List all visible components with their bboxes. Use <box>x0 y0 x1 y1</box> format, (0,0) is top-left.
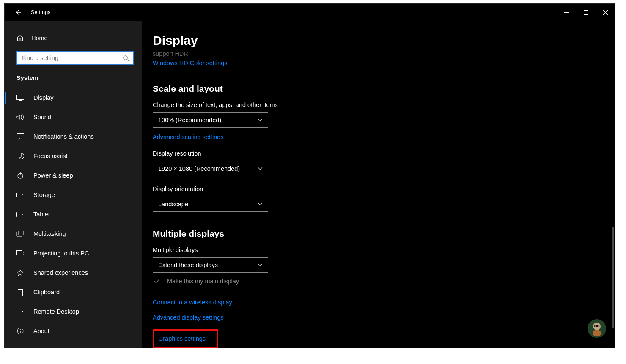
display-icon <box>16 95 24 101</box>
focus-assist-icon <box>16 153 24 159</box>
sidebar-item-label: Projecting to this PC <box>33 250 89 257</box>
chevron-down-icon <box>258 203 263 206</box>
sidebar-item-label: Tablet <box>33 211 50 218</box>
chevron-down-icon <box>258 167 263 170</box>
sidebar-item-notifications[interactable]: Notifications & actions <box>5 127 142 146</box>
close-button[interactable] <box>596 4 615 21</box>
orientation-dropdown[interactable]: Landscape <box>153 197 268 212</box>
sidebar-item-sound[interactable]: Sound <box>5 107 142 127</box>
tablet-icon <box>16 212 24 217</box>
highlight-box: Graphics settings <box>153 329 218 348</box>
sidebar-item-label: Clipboard <box>33 289 60 296</box>
sidebar-item-clipboard[interactable]: Clipboard <box>5 282 142 302</box>
svg-rect-16 <box>593 330 601 336</box>
sidebar: Home System Display Sound <box>5 21 142 348</box>
multitasking-icon <box>16 231 24 237</box>
sidebar-item-label: Sound <box>33 114 51 120</box>
scale-block: Change the size of text, apps, and other… <box>153 101 615 141</box>
watermark-avatar <box>587 319 607 338</box>
multiple-displays-dropdown[interactable]: Extend these displays <box>153 257 268 273</box>
multiple-displays-section-title: Multiple displays <box>153 229 615 239</box>
orientation-value: Landscape <box>158 201 188 208</box>
power-icon <box>16 172 24 179</box>
advanced-scaling-link[interactable]: Advanced scaling settings <box>153 134 224 140</box>
sidebar-item-about[interactable]: About <box>5 321 142 341</box>
scale-dropdown[interactable]: 100% (Recommended) <box>153 112 268 128</box>
sidebar-item-multitasking[interactable]: Multitasking <box>5 224 142 244</box>
scale-label: Change the size of text, apps, and other… <box>153 101 615 108</box>
sidebar-item-label: Focus assist <box>33 153 68 159</box>
sidebar-item-label: Shared experiences <box>33 269 88 276</box>
home-label: Home <box>31 35 48 41</box>
sidebar-item-power-sleep[interactable]: Power & sleep <box>5 166 142 185</box>
titlebar-left: Settings <box>5 8 51 16</box>
svg-rect-3 <box>17 134 24 138</box>
about-icon <box>16 328 24 334</box>
resolution-dropdown[interactable]: 1920 × 1080 (Recommended) <box>153 161 268 176</box>
svg-point-8 <box>22 214 23 215</box>
main-content: Display support HDR. Windows HD Color se… <box>142 21 615 348</box>
sidebar-item-label: Notifications & actions <box>33 133 94 140</box>
sidebar-item-label: Power & sleep <box>33 172 73 179</box>
projecting-icon <box>16 250 24 256</box>
connect-wireless-display-link[interactable]: Connect to a wireless display <box>153 299 232 306</box>
home-button[interactable]: Home <box>5 31 142 45</box>
close-icon <box>603 10 608 15</box>
multiple-displays-label: Multiple displays <box>153 246 615 253</box>
orientation-label: Display orientation <box>153 186 615 192</box>
svg-point-1 <box>124 55 127 59</box>
search-input-wrapper[interactable] <box>16 51 134 65</box>
maximize-button[interactable] <box>576 4 596 21</box>
page-title: Display <box>153 33 615 48</box>
svg-rect-0 <box>584 10 588 14</box>
remote-desktop-icon <box>16 308 24 315</box>
sidebar-item-label: Display <box>33 94 54 101</box>
checkbox[interactable] <box>153 277 161 285</box>
advanced-display-settings-link[interactable]: Advanced display settings <box>153 314 224 321</box>
graphics-settings-link[interactable]: Graphics settings <box>158 335 206 342</box>
sidebar-item-label: Storage <box>33 192 55 198</box>
display-links: Connect to a wireless display Advanced d… <box>153 299 615 348</box>
multiple-displays-value: Extend these displays <box>158 262 218 268</box>
sidebar-item-storage[interactable]: Storage <box>5 185 142 205</box>
main-display-checkbox-label: Make this my main display <box>167 278 239 285</box>
scale-value: 100% (Recommended) <box>158 117 221 123</box>
sidebar-item-label: Multitasking <box>33 230 66 237</box>
sidebar-item-projecting[interactable]: Projecting to this PC <box>5 244 142 263</box>
chevron-down-icon <box>258 118 263 122</box>
sidebar-section-label: System <box>5 74 142 88</box>
resolution-label: Display resolution <box>153 150 615 157</box>
scale-section-title: Scale and layout <box>153 84 615 94</box>
window-title: Settings <box>31 9 51 15</box>
shared-experiences-icon <box>16 269 24 276</box>
resolution-block: Display resolution 1920 × 1080 (Recommen… <box>153 150 615 176</box>
svg-point-6 <box>22 194 23 195</box>
search-icon <box>123 55 129 61</box>
settings-window: Settings Home <box>4 3 615 348</box>
minimize-icon <box>564 10 569 15</box>
storage-icon <box>16 193 24 197</box>
sidebar-nav: Display Sound Notifications & actions Fo… <box>5 88 142 348</box>
notifications-icon <box>16 133 24 140</box>
arrow-left-icon <box>15 9 22 16</box>
search-input[interactable] <box>22 55 123 61</box>
hdr-color-settings-link[interactable]: Windows HD Color settings <box>153 60 227 66</box>
sidebar-item-remote-desktop[interactable]: Remote Desktop <box>5 302 142 321</box>
hdr-truncated-text: support HDR. <box>153 50 615 57</box>
sidebar-item-focus-assist[interactable]: Focus assist <box>5 146 142 166</box>
sidebar-item-tablet[interactable]: Tablet <box>5 205 142 224</box>
scrollbar-thumb[interactable] <box>612 227 614 328</box>
sidebar-item-shared-experiences[interactable]: Shared experiences <box>5 263 142 282</box>
home-icon <box>16 34 24 41</box>
back-button[interactable] <box>14 8 22 16</box>
maximize-icon <box>584 10 588 15</box>
sidebar-item-label: Remote Desktop <box>33 308 79 315</box>
sidebar-item-display[interactable]: Display <box>5 88 142 107</box>
svg-point-19 <box>598 325 599 327</box>
main-display-checkbox-row[interactable]: Make this my main display <box>153 277 615 285</box>
minimize-button[interactable] <box>557 4 576 21</box>
sidebar-item-label: About <box>33 328 49 334</box>
window-controls <box>557 4 615 21</box>
multiple-displays-block: Multiple displays Extend these displays <box>153 246 615 273</box>
scrollbar[interactable] <box>612 65 614 345</box>
